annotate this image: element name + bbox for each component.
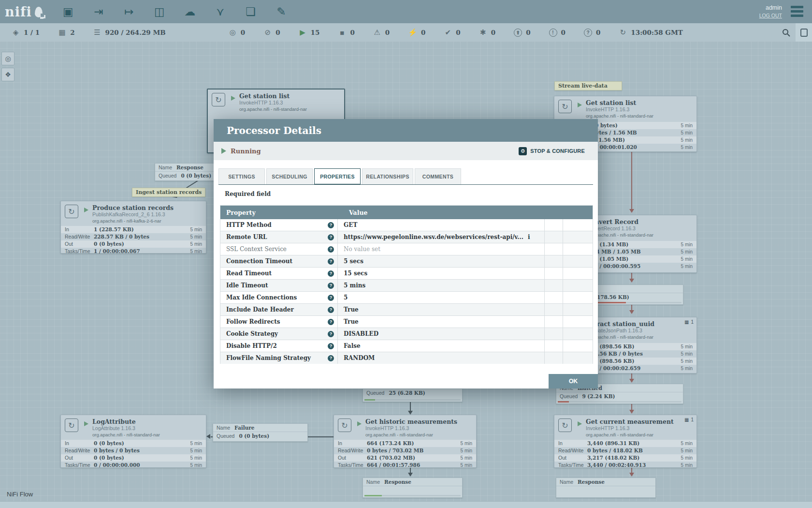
help-icon[interactable]: ? — [328, 355, 334, 361]
running-status-icon — [357, 421, 362, 426]
connection-line[interactable] — [410, 402, 411, 412]
dialog-header: Processor Details — [214, 119, 598, 142]
stat-active-threads: ▦2 — [58, 28, 74, 37]
running-status-icon — [221, 148, 226, 154]
connection-label-response-right[interactable]: NameResponse — [556, 478, 656, 498]
processor-log-attribute[interactable]: ↻ LogAttribute LogAttribute 1.16.3 org.a… — [60, 415, 206, 468]
birdseye-icon[interactable]: ◎ — [1, 52, 14, 65]
help-icon[interactable]: ? — [328, 319, 334, 325]
running-status-icon — [231, 96, 235, 101]
drag-hand-icon[interactable]: ❖ — [1, 68, 14, 81]
tab-scheduling[interactable]: SCHEDULING — [266, 168, 313, 184]
sync-failure-icon: ? — [584, 29, 592, 37]
remote-process-group-icon[interactable]: ☁ — [183, 4, 197, 19]
arrowhead-icon — [629, 209, 634, 213]
queue-usage-bar — [364, 399, 461, 401]
tasks-icon: ▦ — [684, 417, 689, 422]
search-button[interactable] — [776, 23, 796, 42]
locally-modified-icon: ✱ — [479, 28, 487, 37]
label-icon[interactable]: ✎ — [274, 4, 289, 19]
arrowhead-icon — [408, 411, 413, 415]
settings-panel-button[interactable] — [796, 23, 812, 42]
property-row: Follow Redirects? True — [220, 316, 593, 328]
connection-line[interactable] — [631, 151, 632, 209]
logout-link[interactable]: LOG OUT — [759, 12, 782, 19]
invalid-icon: ⚠ — [373, 28, 381, 37]
processor-produce-station-records[interactable]: ↻ Produce station records PublishKafkaRe… — [60, 201, 206, 254]
connection-label-response-mid[interactable]: NameResponse — [362, 478, 463, 498]
stat-stopped: ■0 — [338, 29, 354, 37]
tab-settings[interactable]: SETTINGS — [218, 168, 265, 184]
stat-up-to-date: ✔0 — [444, 28, 460, 37]
connection-label-failure[interactable]: NameFailure Queued0 (0 bytes) — [213, 423, 308, 442]
output-port-icon[interactable]: ↦ — [122, 4, 136, 19]
canvas-label-ingest-station-records[interactable]: Ingest station records — [132, 188, 205, 197]
panel-icon — [800, 29, 808, 37]
properties-table-body: HTTP Method? GET Remote URL? https://www… — [220, 219, 593, 364]
run-state-label: Running — [231, 148, 261, 155]
property-row: SSL Context Service? No value set — [220, 243, 593, 255]
ok-button[interactable]: OK — [549, 374, 598, 388]
property-row: Include Date Header? True — [220, 304, 593, 316]
running-status-icon — [84, 421, 88, 426]
property-row: FlowFile Naming Strategy? RANDOM — [220, 352, 593, 364]
stop-and-configure-button[interactable]: ⚙ STOP & CONFIGURE — [519, 147, 585, 155]
running-status-icon — [578, 103, 582, 107]
global-menu-icon[interactable] — [789, 4, 805, 19]
help-icon[interactable]: ? — [328, 283, 334, 289]
breadcrumb[interactable]: NiFi Flow — [7, 491, 33, 498]
not-transmitting-icon: ⊘ — [263, 28, 272, 37]
stopped-icon: ■ — [338, 29, 346, 37]
canvas-label-stream-live-data[interactable]: Stream live-data — [554, 81, 622, 90]
gear-icon: ⚙ — [519, 147, 527, 155]
nifi-drop-icon — [35, 7, 43, 17]
help-icon[interactable]: ? — [328, 222, 334, 228]
component-toolbar: ▣ ⇥ ↦ ◫ ☁ ⋎ ❏ ✎ — [61, 4, 289, 19]
info-icon[interactable]: i — [528, 234, 530, 240]
stat-not-transmitting: ⊘0 — [263, 28, 280, 37]
processor-details-dialog: Processor Details Running ⚙ STOP & CONFI… — [214, 119, 598, 388]
template-icon[interactable]: ❏ — [244, 4, 258, 19]
processor-get-current-measurement[interactable]: ▦1 ↻ Get current measurement InvokeHTTP … — [554, 415, 697, 468]
running-status-icon — [578, 421, 582, 426]
search-icon — [782, 29, 790, 37]
processor-icon[interactable]: ▣ — [61, 4, 75, 19]
processor-icon: ↻ — [338, 418, 351, 432]
tab-relationships[interactable]: RELATIONSHIPS — [362, 168, 413, 184]
process-group-icon[interactable]: ◫ — [152, 4, 167, 19]
help-icon[interactable]: ? — [328, 258, 334, 265]
refresh-icon: ↻ — [619, 28, 627, 37]
help-icon[interactable]: ? — [328, 307, 334, 313]
connection-label-queued-25[interactable]: Queued25 (6.28 KB) — [362, 388, 463, 402]
properties-table-header: Property Value — [220, 206, 593, 219]
help-icon[interactable]: ? — [328, 343, 334, 349]
dialog-title: Processor Details — [227, 125, 321, 136]
tab-comments[interactable]: COMMENTS — [415, 168, 461, 184]
stat-clustered: ◈1 / 1 — [12, 28, 40, 37]
stat-sync-failure: ?0 — [584, 29, 600, 37]
status-bar: ◈1 / 1 ▦2 ☰920 / 264.29 MB ◎0 ⊘0 ▶15 ■0 … — [0, 23, 812, 42]
help-icon[interactable]: ? — [328, 295, 334, 301]
help-icon[interactable]: ? — [328, 246, 334, 253]
property-row: HTTP Method? GET — [220, 219, 593, 231]
processor-icon: ↻ — [558, 100, 572, 113]
arrowhead-icon — [629, 410, 634, 414]
funnel-icon[interactable]: ⋎ — [213, 4, 228, 19]
stat-disabled: ⚡0 — [408, 28, 425, 37]
property-row: Idle Timeout? 5 mins — [220, 280, 593, 292]
processor-get-historic-measurements[interactable]: ↻ Get historic measurements InvokeHTTP 1… — [334, 415, 477, 468]
refresh-status[interactable]: ↻13:00:58 GMT — [619, 28, 683, 37]
processor-icon: ↻ — [212, 93, 225, 106]
stat-locally-modified-stale: !0 — [549, 29, 566, 37]
help-icon[interactable]: ? — [328, 270, 334, 277]
tab-properties[interactable]: PROPERTIES — [314, 168, 361, 184]
help-icon[interactable]: ? — [328, 234, 334, 240]
property-row: Cookie Strategy? DISABLED — [220, 328, 593, 340]
property-row: Read Timeout? 15 secs — [220, 268, 593, 280]
input-port-icon[interactable]: ⇥ — [91, 4, 106, 19]
help-icon[interactable]: ? — [328, 331, 334, 337]
horizontal-scrollbar[interactable] — [0, 501, 812, 508]
up-to-date-icon: ✔ — [444, 28, 452, 37]
dialog-status-row: Running ⚙ STOP & CONFIGURE — [214, 142, 598, 160]
stat-transmitting: ◎0 — [229, 28, 245, 37]
